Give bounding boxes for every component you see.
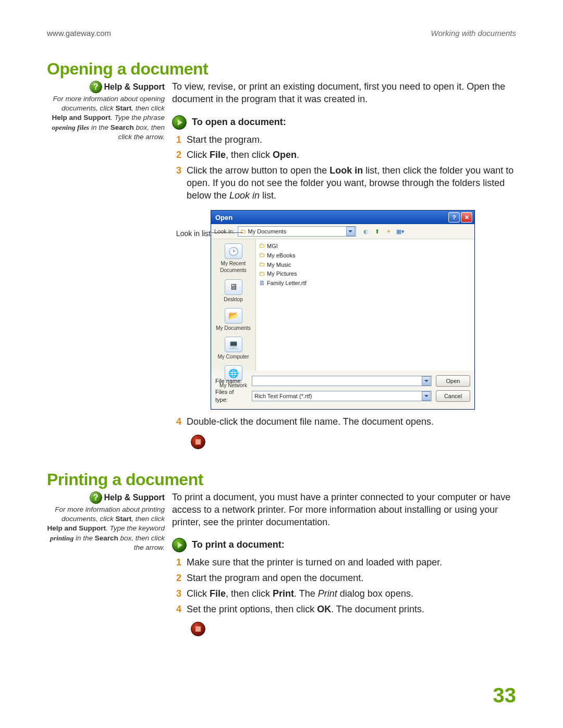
new-folder-icon[interactable]: ✶: [384, 227, 394, 236]
dialog-title: Open: [215, 213, 232, 222]
folder-icon: 🗀: [259, 242, 265, 250]
list-item[interactable]: 🗀MGI: [259, 241, 471, 251]
place-recent[interactable]: 🕑My Recent Documents: [211, 241, 255, 277]
help-button[interactable]: ?: [448, 212, 460, 223]
folder-icon: 🗀: [259, 270, 265, 278]
section-title-opening: Opening a document: [47, 59, 516, 79]
help-icon: ?: [90, 81, 102, 93]
page-number: 33: [493, 684, 517, 707]
play-icon: [172, 115, 187, 130]
list-item[interactable]: 🗀My Music: [259, 260, 471, 269]
section-title-printing: Printing a document: [47, 470, 516, 489]
chevron-down-icon[interactable]: [422, 376, 431, 386]
lookin-combo[interactable]: 🗀My Documents: [238, 226, 356, 237]
header-breadcrumb: Working with documents: [431, 29, 516, 38]
help-title: Help & Support: [104, 492, 165, 503]
play-icon: [172, 538, 187, 552]
document-icon: 🗎: [259, 279, 265, 288]
filetype-combo[interactable]: Rich Text Format (*.rtf): [252, 391, 432, 401]
place-mydocs[interactable]: 📂My Documents: [211, 306, 255, 335]
lookin-callout: Look in list: [172, 210, 211, 238]
open-button[interactable]: Open: [436, 375, 470, 387]
stop-icon: [191, 435, 205, 449]
steps-print: 1Make sure that the printer is turned on…: [172, 557, 516, 615]
intro-opening: To view, revise, or print an existing do…: [172, 81, 516, 106]
help-title: Help & Support: [104, 81, 165, 93]
open-dialog-illustration: Look in list Open ? ✕ Look in:: [172, 210, 516, 410]
folder-icon: 🗀: [259, 251, 265, 260]
help-icon: ?: [90, 491, 102, 504]
file-list[interactable]: 🗀MGI 🗀My eBooks 🗀My Music 🗀My Pictures 🗎…: [256, 239, 474, 371]
close-button[interactable]: ✕: [461, 212, 472, 223]
steps-open: 1Start the program. 2Click File, then cl…: [172, 134, 516, 202]
list-item[interactable]: 🗀My eBooks: [259, 251, 471, 260]
header-url: www.gateway.com: [47, 29, 111, 38]
views-icon[interactable]: ▦▾: [396, 227, 405, 236]
open-dialog: Open ? ✕ Look in: 🗀My Documents: [211, 210, 475, 410]
help-note-printing: ? Help & Support For more information ab…: [47, 491, 172, 636]
list-item[interactable]: 🗎Family Letter.rtf: [259, 279, 471, 288]
folder-icon: 🗀: [240, 228, 246, 236]
dialog-titlebar: Open ? ✕: [211, 211, 474, 224]
help-note-opening: ? Help & Support For more information ab…: [47, 81, 172, 449]
stop-icon: [191, 622, 205, 636]
task-heading-print: To print a document:: [172, 538, 516, 552]
list-item[interactable]: 🗀My Pictures: [259, 269, 471, 279]
dialog-toolbar: Look in: 🗀My Documents ◐ ⬆ ✶ ▦▾: [211, 224, 474, 239]
place-mycomputer[interactable]: 💻My Computer: [211, 335, 255, 363]
page-header: www.gateway.com Working with documents: [47, 29, 516, 38]
cancel-button[interactable]: Cancel: [436, 390, 470, 402]
task-heading-open: To open a document:: [172, 115, 516, 130]
place-desktop[interactable]: 🖥Desktop: [211, 277, 255, 306]
folder-icon: 🗀: [259, 261, 265, 269]
filename-combo[interactable]: [252, 376, 432, 386]
back-icon[interactable]: ◐: [361, 227, 371, 236]
intro-printing: To print a document, you must have a pri…: [172, 491, 516, 528]
up-icon[interactable]: ⬆: [373, 227, 382, 236]
chevron-down-icon[interactable]: [346, 227, 355, 236]
chevron-down-icon[interactable]: [422, 391, 431, 401]
places-bar: 🕑My Recent Documents 🖥Desktop 📂My Docume…: [211, 239, 256, 371]
